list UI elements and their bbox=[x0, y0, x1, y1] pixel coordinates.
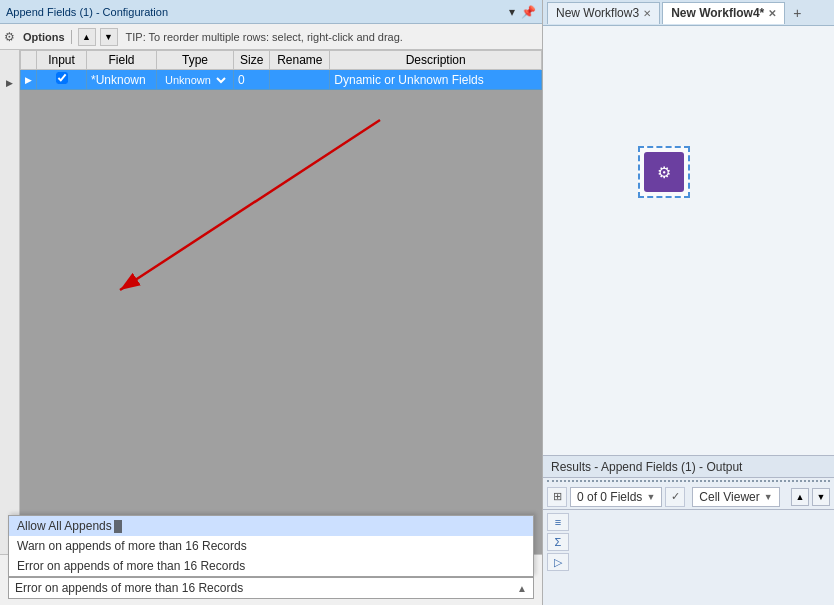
row-checkbox-cell[interactable] bbox=[37, 70, 87, 90]
col-field: Field bbox=[87, 51, 157, 70]
tab-add-btn[interactable]: + bbox=[787, 3, 807, 23]
bottom-section: Warn/Error on Too Many Records Being Gen… bbox=[0, 554, 542, 605]
dotted-separator bbox=[547, 480, 830, 482]
tool-node-icon: ⚙ bbox=[644, 152, 684, 192]
results-row-1[interactable]: ≡ bbox=[547, 513, 569, 531]
data-table-container: Input Field Type Size Rename Description bbox=[20, 50, 542, 90]
fields-count: 0 of 0 Fields bbox=[577, 490, 642, 504]
pin-icon[interactable]: 📌 bbox=[521, 5, 536, 19]
workflow-canvas: ⚙ bbox=[543, 26, 834, 455]
gear-icon[interactable]: ⚙ bbox=[4, 30, 15, 44]
arrow-right-icon: ▶ bbox=[6, 78, 13, 88]
col-arrow bbox=[21, 51, 37, 70]
cell-viewer-arrow: ▼ bbox=[764, 492, 773, 502]
results-content: ≡ Σ ▷ bbox=[543, 510, 834, 605]
cell-viewer-label: Cell Viewer bbox=[699, 490, 759, 504]
row-arrow-cell: ▶ bbox=[21, 70, 37, 90]
fields-dropdown-arrow: ▼ bbox=[646, 492, 655, 502]
svg-line-1 bbox=[120, 120, 380, 290]
dropdown-chevron-up: ▲ bbox=[517, 583, 527, 594]
data-table: Input Field Type Size Rename Description bbox=[20, 50, 542, 90]
dropdown-item-0[interactable]: Allow All Appends bbox=[9, 516, 533, 536]
dropdown-trigger[interactable]: Error on appends of more than 16 Records… bbox=[8, 577, 534, 599]
tab-workflow4[interactable]: New Workflow4* ✕ bbox=[662, 2, 785, 24]
dropdown-item-1[interactable]: Warn on appends of more than 16 Records bbox=[9, 536, 533, 556]
tab-workflow3[interactable]: New Workflow3 ✕ bbox=[547, 2, 660, 24]
move-down-btn[interactable]: ▼ bbox=[100, 28, 118, 46]
gray-area bbox=[20, 90, 542, 554]
results-toolbar: ⊞ 0 of 0 Fields ▼ ✓ Cell Viewer ▼ ▲ ▼ bbox=[543, 484, 834, 510]
tab-workflow3-close[interactable]: ✕ bbox=[643, 8, 651, 19]
results-header: Results - Append Fields (1) - Output bbox=[543, 456, 834, 478]
dropdown-container: Error on appends of more than 16 Records… bbox=[8, 577, 534, 599]
tab-workflow4-close[interactable]: ✕ bbox=[768, 8, 776, 19]
tab-workflow4-label: New Workflow4* bbox=[671, 6, 764, 20]
sidebar-icons: ▶ bbox=[0, 50, 20, 554]
left-panel: Append Fields (1) - Configuration ▾ 📌 ⚙ … bbox=[0, 0, 543, 605]
row-description-cell: Dynamic or Unknown Fields bbox=[330, 70, 542, 90]
options-toolbar: ⚙ Options ▲ ▼ TIP: To reorder multiple r… bbox=[0, 24, 542, 50]
col-rename: Rename bbox=[270, 51, 330, 70]
fields-dropdown[interactable]: 0 of 0 Fields ▼ bbox=[570, 487, 662, 507]
row-rename-cell bbox=[270, 70, 330, 90]
config-header: Append Fields (1) - Configuration ▾ 📌 bbox=[0, 0, 542, 24]
results-nav-down[interactable]: ▼ bbox=[812, 488, 830, 506]
tab-workflow3-label: New Workflow3 bbox=[556, 6, 639, 20]
col-size: Size bbox=[234, 51, 270, 70]
tab-bar: New Workflow3 ✕ New Workflow4* ✕ + bbox=[543, 0, 834, 26]
dropdown-list: Allow All Appends Warn on appends of mor… bbox=[8, 515, 534, 577]
type-select[interactable]: Unknown bbox=[161, 73, 229, 87]
row-checkbox[interactable] bbox=[56, 72, 68, 84]
dropdown-icon[interactable]: ▾ bbox=[509, 5, 515, 19]
results-nav-up[interactable]: ▲ bbox=[791, 488, 809, 506]
cursor-caret bbox=[114, 520, 122, 533]
results-panel: Results - Append Fields (1) - Output ⊞ 0… bbox=[543, 455, 834, 605]
row-field-cell: *Unknown bbox=[87, 70, 157, 90]
col-type: Type bbox=[157, 51, 234, 70]
col-input: Input bbox=[37, 51, 87, 70]
checkmark-icon-btn[interactable]: ✓ bbox=[665, 487, 685, 507]
move-up-btn[interactable]: ▲ bbox=[78, 28, 96, 46]
grid-icon-btn[interactable]: ⊞ bbox=[547, 487, 567, 507]
red-arrow bbox=[20, 90, 542, 554]
row-type-cell[interactable]: Unknown bbox=[157, 70, 234, 90]
results-row-3[interactable]: ▷ bbox=[547, 553, 569, 571]
row-size-cell: 0 bbox=[234, 70, 270, 90]
tip-text: TIP: To reorder multiple rows: select, r… bbox=[126, 31, 403, 43]
right-panel: New Workflow3 ✕ New Workflow4* ✕ + ⚙ bbox=[543, 0, 834, 605]
left-sidebar: ⚙ bbox=[4, 30, 15, 44]
col-description: Description bbox=[330, 51, 542, 70]
tool-node[interactable]: ⚙ bbox=[638, 146, 690, 198]
dropdown-item-2[interactable]: Error on appends of more than 16 Records bbox=[9, 556, 533, 576]
table-row[interactable]: ▶ *Unknown Unknown bbox=[21, 70, 542, 90]
cell-viewer-dropdown[interactable]: Cell Viewer ▼ bbox=[692, 487, 779, 507]
options-label: Options bbox=[23, 31, 65, 43]
results-row-2[interactable]: Σ bbox=[547, 533, 569, 551]
config-title: Append Fields (1) - Configuration bbox=[6, 6, 509, 18]
dropdown-value: Error on appends of more than 16 Records bbox=[15, 581, 243, 595]
